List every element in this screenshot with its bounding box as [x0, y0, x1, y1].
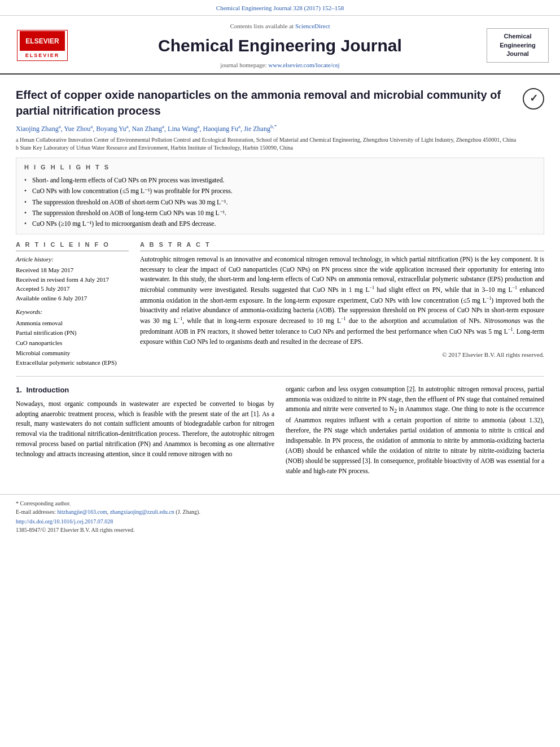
elsevier-logo: ELSEVIER ELSEVIER: [17, 30, 68, 61]
abstract-column: A B S T R A C T Autotrophic nitrogen rem…: [140, 240, 544, 368]
intro-heading: 1. Introduction: [16, 385, 274, 396]
highlights-list: Short- and long-term effects of CuO NPs …: [24, 175, 536, 229]
intro-col-left: 1. Introduction Nowadays, most organic c…: [16, 385, 274, 480]
author-jie: Jie Zhang: [244, 125, 270, 133]
main-content: ✓ Effect of copper oxide nanoparticles o…: [0, 75, 560, 486]
article-info-column: A R T I C L E I N F O Article history: R…: [16, 240, 129, 368]
highlight-item-3: The suppression threshold on AOB of shor…: [24, 197, 536, 208]
corresponding-author-note: * Corresponding author.: [16, 499, 544, 508]
intro-para-2: organic carbon and less oxygen consumpti…: [286, 385, 544, 477]
crossmark-badge[interactable]: ✓: [523, 88, 544, 110]
article-title: Effect of copper oxide nanoparticles on …: [16, 87, 544, 119]
journal-citation: Chemical Engineering Journal 328 (2017) …: [216, 5, 344, 11]
highlight-item-4: The suppression threshold on AOB of long…: [24, 208, 536, 219]
crossmark-icon: ✓: [523, 88, 544, 110]
article-info-title: A R T I C L E I N F O: [16, 240, 129, 251]
author-xiaojing: Xiaojing Zhang: [16, 125, 59, 133]
authors-line: Xiaojing Zhanga, Yue Zhoua, Boyang Yua, …: [16, 123, 544, 134]
keyword-2: Partial nitrification (PN): [16, 328, 129, 338]
journal-header: ELSEVIER ELSEVIER Contents lists availab…: [0, 16, 560, 75]
keyword-4: Microbial community: [16, 348, 129, 359]
affiliation-b: b State Key Laboratory of Urban Water Re…: [16, 144, 544, 152]
homepage-label: journal homepage:: [220, 62, 266, 68]
keywords-title: Keywords:: [16, 307, 129, 317]
keyword-1: Ammonia removal: [16, 318, 129, 329]
elsevier-logo-area: ELSEVIER ELSEVIER: [11, 30, 73, 61]
abstract-title: A B S T R A C T: [140, 240, 544, 251]
author-haoqiang: Haoqiang Fu: [203, 125, 238, 133]
issn-line: 1385-8947/© 2017 Elsevier B.V. All right…: [16, 526, 544, 534]
highlight-item-5: CuO NPs (≥10 mg L⁻¹) led to microorganis…: [24, 219, 536, 229]
intro-para-1: Nowadays, most organic compounds in wast…: [16, 399, 274, 460]
intro-col-right: organic carbon and less oxygen consumpti…: [286, 385, 544, 480]
contents-label: Contents lists available at: [230, 23, 294, 29]
received-date: Received 18 May 2017: [16, 265, 129, 275]
sidebar-title-line2: Engineering: [500, 41, 536, 50]
journal-header-center: Contents lists available at ScienceDirec…: [73, 21, 487, 70]
journal-title: Chemical Engineering Journal: [79, 33, 481, 58]
journal-homepage-line: journal homepage: www.elsevier.com/locat…: [79, 60, 481, 70]
keyword-5: Extracellular polymeric substance (EPS): [16, 358, 129, 368]
received-revised-date: Received in revised form 4 July 2017: [16, 275, 129, 285]
journal-sidebar-logo: Chemical Engineering Journal: [487, 28, 549, 62]
available-date: Available online 6 July 2017: [16, 294, 129, 303]
page-footer: * Corresponding author. E-mail addresses…: [0, 494, 560, 539]
copyright-line: © 2017 Elsevier B.V. All rights reserved…: [140, 350, 544, 360]
highlight-item-2: CuO NPs with low concentration (≤5 mg L⁻…: [24, 186, 536, 196]
email-suffix: (J. Zhang).: [176, 509, 200, 515]
corresponding-label: * Corresponding author.: [16, 500, 71, 506]
elsevier-tree-icon: ELSEVIER: [23, 31, 62, 51]
science-direct-link-text[interactable]: ScienceDirect: [295, 23, 330, 29]
section-title: Introduction: [26, 386, 69, 394]
section-divider: [16, 376, 544, 377]
page: Chemical Engineering Journal 328 (2017) …: [0, 0, 560, 539]
affiliation-a: a Henan Collaborative Innovation Center …: [16, 136, 544, 144]
elsevier-logo-image: ELSEVIER: [20, 31, 65, 51]
article-history-title: Article history:: [16, 255, 129, 264]
email1[interactable]: hitzhangjie@163.com: [57, 509, 107, 515]
journal-banner: Chemical Engineering Journal 328 (2017) …: [0, 0, 560, 16]
email-line: E-mail addresses: hitzhangjie@163.com, z…: [16, 508, 544, 516]
doi-link[interactable]: http://dx.doi.org/10.1016/j.cej.2017.07.…: [16, 517, 544, 526]
title-area: ✓ Effect of copper oxide nanoparticles o…: [16, 87, 544, 119]
homepage-url[interactable]: www.elsevier.com/locate/cej: [268, 62, 339, 68]
science-direct-line: Contents lists available at ScienceDirec…: [79, 21, 481, 31]
section-number: 1.: [16, 386, 22, 394]
author-nan: Nan Zhang: [132, 125, 162, 133]
email-label: E-mail addresses:: [16, 509, 56, 515]
highlight-item-1: Short- and long-term effects of CuO NPs …: [24, 175, 536, 186]
abstract-text: Autotrophic nitrogen removal is an innov…: [140, 255, 544, 347]
svg-text:ELSEVIER: ELSEVIER: [25, 37, 59, 45]
accepted-date: Accepted 5 July 2017: [16, 284, 129, 294]
author-lina: Lina Wang: [168, 125, 197, 133]
sidebar-title-line3: Journal: [506, 50, 529, 58]
keyword-3: CuO nanoparticles: [16, 338, 129, 348]
elsevier-text-label: ELSEVIER: [25, 52, 60, 60]
email2[interactable]: zhangxiaojing@zzuli.edu.cn: [110, 509, 174, 515]
sidebar-title-line1: Chemical: [504, 32, 532, 41]
highlights-title: H I G H L I G H T S: [24, 163, 536, 172]
author-yue: Yue Zhou: [64, 125, 90, 133]
author-boyang: Boyang Yu: [96, 125, 126, 133]
info-abstract-section: A R T I C L E I N F O Article history: R…: [16, 240, 544, 368]
affiliations: a Henan Collaborative Innovation Center …: [16, 136, 544, 152]
highlights-section: H I G H L I G H T S Short- and long-term…: [16, 158, 544, 235]
introduction-section: 1. Introduction Nowadays, most organic c…: [16, 385, 544, 480]
